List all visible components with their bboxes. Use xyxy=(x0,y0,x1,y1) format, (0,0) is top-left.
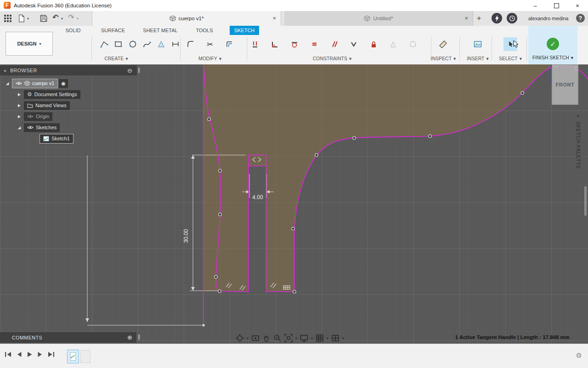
extensions-icon[interactable] xyxy=(492,13,502,23)
symmetry-constraint-icon[interactable] xyxy=(387,38,400,51)
chevron-down-icon[interactable]: ▾ xyxy=(342,336,344,340)
browser-row-doc-settings[interactable]: ▶ ⚙ Document Settings xyxy=(16,89,80,99)
chevron-down-icon[interactable]: ▾ xyxy=(327,336,328,340)
step-forward-icon[interactable] xyxy=(37,351,43,357)
visibility-eye-off-icon[interactable] xyxy=(27,114,34,119)
spline-tool-icon[interactable] xyxy=(141,38,153,51)
line-tool-icon[interactable] xyxy=(98,38,111,51)
file-menu-icon[interactable] xyxy=(17,14,26,23)
grid-settings-icon[interactable] xyxy=(315,334,324,343)
profile-shaded-region[interactable] xyxy=(204,64,556,292)
tree-collapsed-icon[interactable]: ▶ xyxy=(16,103,23,108)
timeline-settings-gear-icon[interactable]: ⚙ xyxy=(576,351,582,360)
tree-expanded-icon[interactable]: ◢ xyxy=(16,125,23,130)
group-select[interactable]: SELECT▾ xyxy=(499,56,522,61)
skip-to-end-icon[interactable] xyxy=(48,351,55,357)
zoom-icon[interactable] xyxy=(273,334,282,343)
coincident-constraint-icon[interactable] xyxy=(249,38,261,51)
mirror-tool-icon[interactable] xyxy=(155,38,168,51)
chevron-down-icon[interactable]: ▾ xyxy=(247,336,249,340)
step-back-icon[interactable] xyxy=(16,351,22,357)
midpoint-constraint-icon[interactable] xyxy=(347,38,360,51)
tab-sketch[interactable]: SKETCH xyxy=(230,26,259,35)
browser-row-sketch1[interactable]: Sketch1 xyxy=(40,133,74,144)
dimension-30[interactable]: 30.00 xyxy=(183,229,189,243)
trim-tool-icon[interactable]: ✂ xyxy=(204,38,216,51)
browser-row-sketches[interactable]: ◢ Sketches xyxy=(16,122,60,132)
display-settings-icon[interactable] xyxy=(300,334,309,343)
equal-constraint-icon[interactable] xyxy=(308,38,321,51)
panel-grip-icon[interactable]: ∥ xyxy=(138,334,141,340)
collapse-browser-icon[interactable]: « xyxy=(4,68,6,73)
circle-tool-icon[interactable] xyxy=(126,38,139,51)
tab-tools[interactable]: TOOLS xyxy=(193,26,215,35)
file-menu-caret-icon[interactable]: ▾ xyxy=(27,17,29,21)
new-tab-button[interactable]: + xyxy=(477,11,481,26)
orbit-icon[interactable] xyxy=(235,334,244,343)
workspace-selector[interactable]: DESIGN ▾ xyxy=(6,32,53,56)
panel-grip-icon[interactable]: ∥ xyxy=(138,67,141,73)
activate-component-radio[interactable]: ◉ xyxy=(59,79,68,88)
redo-caret-icon[interactable]: ▾ xyxy=(77,17,79,21)
collapse-circle-icon[interactable]: ⊖ xyxy=(127,67,132,74)
doc-tab-cuerpo[interactable]: cuerpo v1* × xyxy=(92,11,281,26)
tab-surface[interactable]: SURFACE xyxy=(98,26,128,35)
row-label[interactable]: Sketch1 xyxy=(51,136,70,141)
offset-tool-icon[interactable] xyxy=(223,38,236,51)
skip-to-start-icon[interactable] xyxy=(5,351,11,357)
fix-lock-constraint-icon[interactable] xyxy=(367,38,380,51)
group-insert[interactable]: INSERT▾ xyxy=(467,56,489,61)
save-icon[interactable] xyxy=(40,14,48,23)
browser-row-component[interactable]: ◢ cuerpo v1 ◉ xyxy=(4,78,68,88)
tree-collapsed-icon[interactable]: ▶ xyxy=(16,114,23,119)
help-icon[interactable]: ? xyxy=(576,14,585,23)
parallel-constraint-icon[interactable] xyxy=(328,38,340,51)
dimension-4[interactable]: 4.00 xyxy=(252,194,263,201)
chevron-down-icon[interactable]: ▾ xyxy=(311,336,313,340)
insert-image-tool-icon[interactable] xyxy=(471,38,484,51)
tree-collapsed-icon[interactable]: ▶ xyxy=(16,92,23,97)
timeline-marker[interactable] xyxy=(80,350,90,363)
job-status-clock-icon[interactable] xyxy=(507,13,517,23)
timeline-sketch-feature[interactable] xyxy=(67,350,79,363)
tab-sheet-metal[interactable]: SHEET METAL xyxy=(140,26,181,35)
undo-icon[interactable]: ↶ xyxy=(52,13,58,22)
measure-tool-icon[interactable] xyxy=(437,38,450,51)
tab-solid[interactable]: SOLID xyxy=(62,26,85,35)
tab-close-icon[interactable]: × xyxy=(464,11,468,26)
look-at-icon[interactable] xyxy=(251,334,260,343)
viewports-icon[interactable] xyxy=(331,334,340,343)
maximize-button[interactable] xyxy=(546,0,567,11)
finish-sketch-check-icon[interactable]: ✓ xyxy=(547,38,559,50)
row-label[interactable]: Document Settings xyxy=(34,92,77,97)
sketch-dimension-tool-icon[interactable] xyxy=(169,38,182,51)
expand-left-icon[interactable]: « xyxy=(577,113,580,118)
tab-close-icon[interactable]: × xyxy=(272,11,276,26)
sketch-palette-tab[interactable]: « SKETCH PALETTE xyxy=(576,113,581,169)
component-name[interactable]: cuerpo v1 xyxy=(32,80,54,86)
group-modify[interactable]: MODIFY▾ xyxy=(198,56,221,61)
close-button[interactable]: × xyxy=(567,0,588,11)
row-label[interactable]: Named Views xyxy=(35,103,67,108)
undo-caret-icon[interactable]: ▾ xyxy=(61,17,63,21)
redo-icon[interactable]: ↷ xyxy=(68,13,74,22)
browser-header[interactable]: « BROWSER ⊖ xyxy=(0,65,137,75)
model-canvas[interactable]: 30.00 4.00 xyxy=(0,64,588,344)
visibility-eye-icon[interactable] xyxy=(27,125,34,130)
origin-point[interactable] xyxy=(202,324,205,327)
row-label[interactable]: Sketches xyxy=(36,125,57,130)
visibility-eye-icon[interactable] xyxy=(16,81,22,86)
chevron-down-icon[interactable]: ▾ xyxy=(295,336,297,340)
group-create[interactable]: CREATE▾ xyxy=(104,56,128,61)
finish-sketch-panel[interactable]: ✓ FINISH SKETCH▾ xyxy=(528,26,577,64)
scrollbar[interactable] xyxy=(584,186,587,216)
sketch-viewport[interactable]: 30.00 4.00 xyxy=(0,64,588,344)
browser-row-named-views[interactable]: ▶ Named Views xyxy=(16,100,70,110)
add-comment-icon[interactable]: ⊕ xyxy=(127,334,132,341)
minimize-button[interactable]: – xyxy=(525,0,546,11)
viewcube-face-label[interactable]: FRONT xyxy=(556,82,574,87)
sketch-palette-label[interactable]: SKETCH PALETTE xyxy=(576,121,581,169)
pan-hand-icon[interactable] xyxy=(262,334,271,343)
comments-bar[interactable]: COMMENTS ⊕ xyxy=(0,332,136,343)
play-icon[interactable] xyxy=(27,351,33,357)
